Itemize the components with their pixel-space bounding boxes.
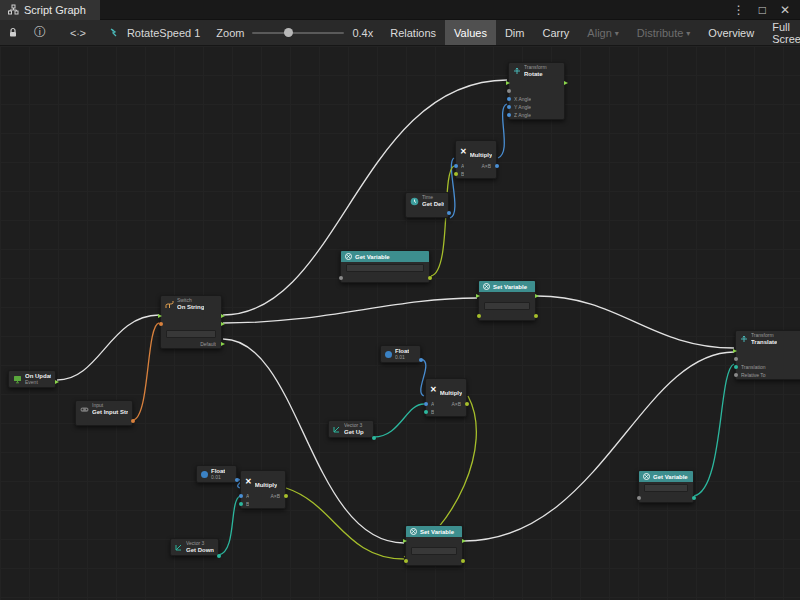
- node-on-update[interactable]: On UpdateEvent: [8, 370, 56, 388]
- node-vector3-get-up[interactable]: Vector 3Get Up: [328, 420, 374, 438]
- value-out-port[interactable]: [534, 314, 538, 318]
- close-icon[interactable]: ✕: [780, 3, 790, 17]
- clock-icon: [410, 197, 419, 206]
- window-menu-icon[interactable]: ⋮: [733, 3, 745, 17]
- dim-button[interactable]: Dim: [496, 20, 534, 45]
- default-out-port[interactable]: [221, 342, 225, 346]
- node-multiply-mid[interactable]: ✕ Multiply AA×B B: [425, 378, 467, 417]
- flow-in-port[interactable]: [733, 349, 737, 353]
- overview-button[interactable]: Overview: [699, 20, 763, 45]
- result-port[interactable]: [465, 402, 469, 406]
- node-float-low[interactable]: Float0.01: [196, 465, 237, 483]
- b-port[interactable]: [424, 410, 428, 414]
- port-label: B: [246, 501, 249, 507]
- node-multiply-top[interactable]: ✕ Multiply AA×B B: [455, 140, 497, 179]
- a-port[interactable]: [239, 494, 243, 498]
- vector-out-port[interactable]: [372, 436, 376, 440]
- x-angle-port[interactable]: [507, 97, 511, 101]
- flow-out-port[interactable]: [535, 294, 539, 298]
- variable-name-dropdown[interactable]: [346, 264, 424, 272]
- node-set-variable-mid[interactable]: Set Variable: [478, 280, 536, 321]
- node-get-delta-time[interactable]: TimeGet Delta Time: [405, 192, 449, 218]
- translation-port[interactable]: [734, 365, 738, 369]
- branch-icon: [165, 300, 174, 309]
- distribute-button[interactable]: Distribute ▾: [628, 20, 699, 45]
- relations-button[interactable]: Relations: [381, 20, 445, 45]
- float-out-port[interactable]: [419, 358, 423, 362]
- float-out-port[interactable]: [235, 478, 239, 482]
- variable-name-dropdown[interactable]: [411, 547, 457, 555]
- node-float-mid[interactable]: Float0.01: [380, 345, 421, 363]
- tab-script-graph[interactable]: Script Graph: [0, 0, 100, 20]
- node-transform-rotate[interactable]: TransformRotate X Angle Y Angle Z Angle: [508, 62, 565, 120]
- value-in-port[interactable]: [404, 559, 408, 563]
- transform-icon: [740, 335, 748, 343]
- code-view-icon[interactable]: <∙>: [70, 27, 86, 39]
- lock-icon[interactable]: [8, 27, 18, 38]
- graph-canvas[interactable]: TransformRotate X Angle Y Angle Z Angle …: [0, 46, 800, 600]
- target-port[interactable]: [734, 357, 738, 361]
- zoom-slider-handle[interactable]: [284, 28, 293, 37]
- align-button[interactable]: Align ▾: [578, 20, 627, 45]
- object-port[interactable]: [339, 276, 343, 280]
- flow-out-port[interactable]: [564, 81, 568, 85]
- delta-out-port[interactable]: [447, 211, 451, 215]
- y-angle-port[interactable]: [507, 105, 511, 109]
- case-out-port[interactable]: [221, 322, 225, 326]
- case-field[interactable]: [166, 330, 216, 338]
- variable-name-dropdown[interactable]: [484, 302, 530, 310]
- vector-out-port[interactable]: [217, 554, 221, 558]
- node-get-variable-upper[interactable]: Get Variable: [340, 250, 430, 283]
- selector-port[interactable]: [159, 322, 163, 326]
- values-button[interactable]: Values: [445, 20, 496, 45]
- port-label: X Angle: [514, 96, 531, 102]
- value-out-port[interactable]: [428, 276, 432, 280]
- node-multiply-low[interactable]: ✕ Multiply AA×B B: [240, 470, 286, 509]
- wire-getinput-to-switch: [133, 323, 159, 420]
- result-port[interactable]: [495, 164, 499, 168]
- b-port[interactable]: [454, 172, 458, 176]
- gamepad-icon: [80, 406, 89, 413]
- zoom-slider[interactable]: [252, 32, 344, 34]
- maximize-icon[interactable]: □: [759, 3, 766, 17]
- value-out-port[interactable]: [692, 496, 696, 500]
- node-switch-on-string[interactable]: SwitchOn String Default: [160, 295, 222, 349]
- value-out-port[interactable]: [461, 559, 465, 563]
- value-in-port[interactable]: [477, 314, 481, 318]
- node-title: On String: [177, 304, 204, 311]
- a-port[interactable]: [424, 402, 428, 406]
- node-subtitle: Vector 3: [344, 423, 364, 429]
- fullscreen-button[interactable]: Full Screen: [763, 20, 800, 45]
- result-port[interactable]: [284, 494, 288, 498]
- wire-getvariable-right-to-translate: [694, 364, 734, 496]
- case-out-port[interactable]: [221, 314, 225, 318]
- z-angle-port[interactable]: [507, 113, 511, 117]
- node-title: Get Input Strin...: [92, 409, 128, 416]
- node-vector3-get-down[interactable]: Vector 3Get Down: [170, 538, 219, 556]
- flow-in-port[interactable]: [476, 294, 480, 298]
- target-port[interactable]: [507, 89, 511, 93]
- wire-setvariable-bottom-to-translate: [464, 352, 734, 541]
- node-get-variable-right[interactable]: Get Variable: [638, 470, 694, 503]
- flow-in-port[interactable]: [403, 539, 407, 543]
- node-transform-translate[interactable]: TransformTranslate Translation Relative …: [735, 330, 800, 380]
- graph-unit-icon: [110, 27, 121, 38]
- string-out-port[interactable]: [131, 419, 135, 423]
- object-port[interactable]: [637, 496, 641, 500]
- float-icon: [385, 351, 392, 358]
- b-port[interactable]: [239, 502, 243, 506]
- flow-in-port[interactable]: [158, 314, 162, 318]
- flow-out-port[interactable]: [55, 380, 59, 384]
- node-title: Get Down: [186, 547, 214, 554]
- carry-button[interactable]: Carry: [533, 20, 578, 45]
- node-get-input-string[interactable]: InputGet Input Strin...: [75, 400, 133, 426]
- info-icon[interactable]: ⓘ: [34, 24, 46, 41]
- flow-in-port[interactable]: [506, 81, 510, 85]
- variable-name-dropdown[interactable]: [644, 484, 688, 492]
- node-set-variable-bottom[interactable]: Set Variable: [405, 525, 463, 566]
- node-title: Translate: [751, 339, 777, 346]
- a-port[interactable]: [454, 164, 458, 168]
- relative-to-port[interactable]: [734, 373, 738, 377]
- flow-out-port[interactable]: [462, 539, 466, 543]
- graph-breadcrumb[interactable]: RotateSpeed 1: [102, 20, 208, 45]
